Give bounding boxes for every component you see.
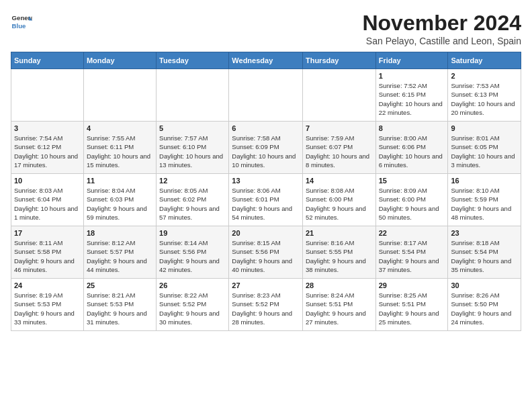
- calendar-header-row: SundayMondayTuesdayWednesdayThursdayFrid…: [11, 52, 521, 69]
- calendar-cell: 22Sunrise: 8:17 AM Sunset: 5:54 PM Dayli…: [375, 226, 448, 279]
- day-info: Sunrise: 8:22 AM Sunset: 5:52 PM Dayligh…: [159, 291, 226, 326]
- calendar-cell: [83, 69, 156, 122]
- calendar-cell: 1Sunrise: 7:52 AM Sunset: 6:15 PM Daylig…: [375, 69, 448, 122]
- logo-icon: General Blue: [11, 11, 32, 32]
- day-number: 14: [306, 177, 373, 185]
- calendar-cell: 7Sunrise: 7:59 AM Sunset: 6:07 PM Daylig…: [302, 122, 375, 174]
- day-info: Sunrise: 8:08 AM Sunset: 6:00 PM Dayligh…: [306, 186, 373, 222]
- day-info: Sunrise: 8:04 AM Sunset: 6:03 PM Dayligh…: [87, 186, 153, 222]
- day-info: Sunrise: 8:03 AM Sunset: 6:04 PM Dayligh…: [14, 186, 81, 222]
- day-info: Sunrise: 8:21 AM Sunset: 5:53 PM Dayligh…: [87, 291, 153, 326]
- day-info: Sunrise: 8:23 AM Sunset: 5:52 PM Dayligh…: [232, 291, 300, 326]
- day-info: Sunrise: 8:17 AM Sunset: 5:54 PM Dayligh…: [379, 238, 445, 274]
- calendar-cell: 4Sunrise: 7:55 AM Sunset: 6:11 PM Daylig…: [83, 122, 156, 174]
- calendar-cell: [157, 69, 229, 122]
- calendar-cell: 20Sunrise: 8:15 AM Sunset: 5:56 PM Dayli…: [229, 226, 303, 279]
- day-info: Sunrise: 7:54 AM Sunset: 6:12 PM Dayligh…: [14, 134, 81, 169]
- calendar-table: SundayMondayTuesdayWednesdayThursdayFrid…: [11, 52, 521, 331]
- logo: General Blue: [11, 11, 32, 32]
- day-info: Sunrise: 8:19 AM Sunset: 5:53 PM Dayligh…: [14, 291, 81, 326]
- day-info: Sunrise: 7:53 AM Sunset: 6:13 PM Dayligh…: [451, 81, 518, 117]
- calendar-cell: 13Sunrise: 8:06 AM Sunset: 6:01 PM Dayli…: [229, 174, 303, 226]
- day-info: Sunrise: 8:10 AM Sunset: 5:59 PM Dayligh…: [451, 186, 518, 222]
- day-number: 23: [451, 229, 518, 237]
- day-number: 30: [451, 281, 518, 289]
- day-number: 22: [379, 229, 445, 237]
- calendar-cell: 27Sunrise: 8:23 AM Sunset: 5:52 PM Dayli…: [229, 279, 303, 331]
- calendar-cell: 15Sunrise: 8:09 AM Sunset: 6:00 PM Dayli…: [375, 174, 448, 226]
- day-number: 17: [14, 229, 81, 237]
- calendar-cell: 8Sunrise: 8:00 AM Sunset: 6:06 PM Daylig…: [375, 122, 448, 174]
- day-info: Sunrise: 8:16 AM Sunset: 5:55 PM Dayligh…: [306, 238, 373, 274]
- calendar-cell: [302, 69, 375, 122]
- calendar-cell: 26Sunrise: 8:22 AM Sunset: 5:52 PM Dayli…: [157, 279, 229, 331]
- day-number: 12: [159, 177, 226, 185]
- calendar-week-row: 17Sunrise: 8:11 AM Sunset: 5:58 PM Dayli…: [11, 226, 521, 279]
- column-header-sunday: Sunday: [11, 52, 84, 69]
- day-info: Sunrise: 8:15 AM Sunset: 5:56 PM Dayligh…: [232, 238, 300, 274]
- day-info: Sunrise: 8:14 AM Sunset: 5:56 PM Dayligh…: [159, 238, 226, 274]
- day-number: 2: [451, 72, 518, 80]
- calendar-cell: 10Sunrise: 8:03 AM Sunset: 6:04 PM Dayli…: [11, 174, 84, 226]
- title-block: November 2024 San Pelayo, Castille and L…: [362, 11, 521, 46]
- day-number: 27: [232, 281, 300, 289]
- day-number: 15: [379, 177, 445, 185]
- calendar-cell: 29Sunrise: 8:25 AM Sunset: 5:51 PM Dayli…: [375, 279, 448, 331]
- calendar-cell: 23Sunrise: 8:18 AM Sunset: 5:54 PM Dayli…: [448, 226, 521, 279]
- day-number: 25: [87, 281, 153, 289]
- calendar-cell: 17Sunrise: 8:11 AM Sunset: 5:58 PM Dayli…: [11, 226, 84, 279]
- page-header: General Blue November 2024 San Pelayo, C…: [11, 11, 521, 46]
- day-number: 20: [232, 229, 300, 237]
- calendar-cell: 16Sunrise: 8:10 AM Sunset: 5:59 PM Dayli…: [448, 174, 521, 226]
- calendar-cell: 9Sunrise: 8:01 AM Sunset: 6:05 PM Daylig…: [448, 122, 521, 174]
- column-header-tuesday: Tuesday: [157, 52, 229, 69]
- day-number: 29: [379, 281, 445, 289]
- day-info: Sunrise: 7:58 AM Sunset: 6:09 PM Dayligh…: [232, 134, 300, 169]
- day-number: 3: [14, 124, 81, 132]
- day-info: Sunrise: 8:01 AM Sunset: 6:05 PM Dayligh…: [451, 134, 518, 169]
- day-info: Sunrise: 8:06 AM Sunset: 6:01 PM Dayligh…: [232, 186, 300, 222]
- calendar-cell: 12Sunrise: 8:05 AM Sunset: 6:02 PM Dayli…: [157, 174, 229, 226]
- day-number: 10: [14, 177, 81, 185]
- calendar-cell: 24Sunrise: 8:19 AM Sunset: 5:53 PM Dayli…: [11, 279, 84, 331]
- day-number: 21: [306, 229, 373, 237]
- day-number: 16: [451, 177, 518, 185]
- day-info: Sunrise: 8:25 AM Sunset: 5:51 PM Dayligh…: [379, 291, 445, 326]
- calendar-cell: 14Sunrise: 8:08 AM Sunset: 6:00 PM Dayli…: [302, 174, 375, 226]
- svg-text:Blue: Blue: [12, 22, 26, 30]
- location-subtitle: San Pelayo, Castille and Leon, Spain: [362, 36, 521, 46]
- calendar-cell: 6Sunrise: 7:58 AM Sunset: 6:09 PM Daylig…: [229, 122, 303, 174]
- day-number: 1: [379, 72, 445, 80]
- day-number: 5: [159, 124, 226, 132]
- column-header-saturday: Saturday: [448, 52, 521, 69]
- month-title: November 2024: [362, 11, 521, 36]
- day-number: 9: [451, 124, 518, 132]
- day-number: 8: [379, 124, 445, 132]
- day-info: Sunrise: 7:59 AM Sunset: 6:07 PM Dayligh…: [306, 134, 373, 169]
- calendar-cell: 30Sunrise: 8:26 AM Sunset: 5:50 PM Dayli…: [448, 279, 521, 331]
- day-number: 13: [232, 177, 300, 185]
- day-info: Sunrise: 8:24 AM Sunset: 5:51 PM Dayligh…: [306, 291, 373, 326]
- column-header-friday: Friday: [375, 52, 448, 69]
- calendar-week-row: 24Sunrise: 8:19 AM Sunset: 5:53 PM Dayli…: [11, 279, 521, 331]
- day-number: 18: [87, 229, 153, 237]
- day-info: Sunrise: 8:09 AM Sunset: 6:00 PM Dayligh…: [379, 186, 445, 222]
- day-number: 6: [232, 124, 300, 132]
- day-number: 24: [14, 281, 81, 289]
- column-header-monday: Monday: [83, 52, 156, 69]
- day-info: Sunrise: 7:52 AM Sunset: 6:15 PM Dayligh…: [379, 81, 445, 117]
- calendar-cell: 2Sunrise: 7:53 AM Sunset: 6:13 PM Daylig…: [448, 69, 521, 122]
- day-info: Sunrise: 8:00 AM Sunset: 6:06 PM Dayligh…: [379, 134, 445, 169]
- calendar-cell: 5Sunrise: 7:57 AM Sunset: 6:10 PM Daylig…: [157, 122, 229, 174]
- day-info: Sunrise: 8:11 AM Sunset: 5:58 PM Dayligh…: [14, 238, 81, 274]
- calendar-cell: [11, 69, 84, 122]
- day-number: 19: [159, 229, 226, 237]
- day-number: 26: [159, 281, 226, 289]
- day-number: 4: [87, 124, 153, 132]
- calendar-cell: 3Sunrise: 7:54 AM Sunset: 6:12 PM Daylig…: [11, 122, 84, 174]
- calendar-cell: [229, 69, 303, 122]
- day-info: Sunrise: 7:55 AM Sunset: 6:11 PM Dayligh…: [87, 134, 153, 169]
- day-info: Sunrise: 8:26 AM Sunset: 5:50 PM Dayligh…: [451, 291, 518, 326]
- day-info: Sunrise: 8:12 AM Sunset: 5:57 PM Dayligh…: [87, 238, 153, 274]
- column-header-thursday: Thursday: [302, 52, 375, 69]
